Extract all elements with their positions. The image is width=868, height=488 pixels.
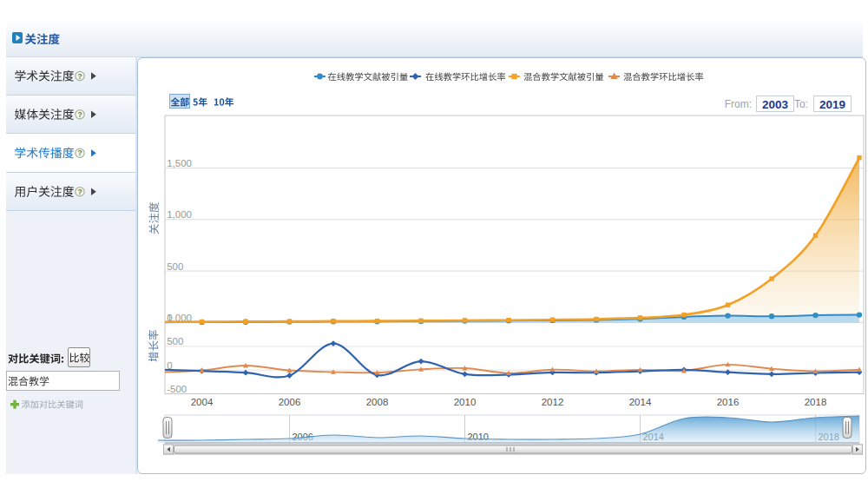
- svg-text:2004: 2004: [191, 397, 214, 407]
- svg-text:-500: -500: [167, 384, 187, 394]
- svg-text:2012: 2012: [542, 397, 564, 407]
- svg-text:To:: To:: [794, 98, 808, 110]
- svg-text:?: ?: [77, 72, 82, 81]
- svg-text:500: 500: [167, 261, 183, 272]
- svg-text:1,000: 1,000: [167, 209, 192, 220]
- svg-text:0: 0: [167, 360, 172, 371]
- svg-text:2014: 2014: [629, 397, 652, 407]
- svg-text:2016: 2016: [717, 397, 740, 407]
- svg-text:?: ?: [77, 148, 82, 157]
- svg-text:2010: 2010: [454, 397, 477, 407]
- svg-text:2003: 2003: [762, 98, 789, 111]
- svg-text:2008: 2008: [366, 397, 389, 407]
- svg-text:From:: From:: [725, 98, 752, 110]
- svg-text:?: ?: [77, 188, 82, 196]
- svg-text:2018: 2018: [805, 397, 827, 407]
- svg-text:?: ?: [77, 110, 82, 119]
- svg-text:1,500: 1,500: [167, 158, 192, 168]
- svg-text:2019: 2019: [819, 98, 845, 111]
- svg-text:500: 500: [167, 336, 183, 346]
- svg-text:2006: 2006: [279, 397, 301, 407]
